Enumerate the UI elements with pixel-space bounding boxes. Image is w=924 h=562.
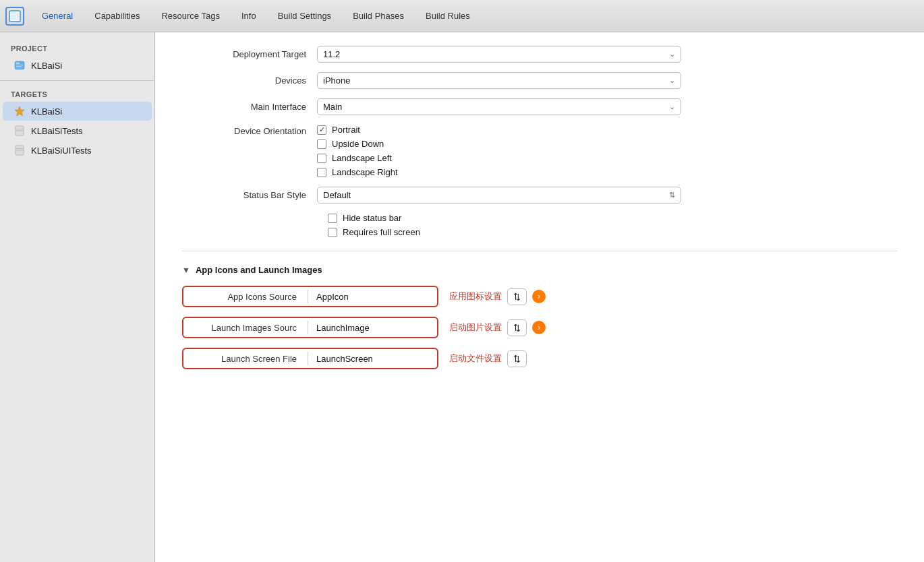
status-bar-style-value: Default	[323, 190, 351, 200]
status-bar-option-row-0: Hide status bar	[328, 213, 420, 223]
svg-rect-1	[11, 12, 19, 20]
icon-row-1: Launch Images SourcLaunchImage启动图片设置⇅›	[182, 317, 897, 338]
svg-rect-5	[16, 67, 22, 67]
icon-row-value-0: AppIcon	[311, 292, 437, 302]
sidebar-item-klbaisi-tests[interactable]: KLBaiSiTests	[3, 121, 152, 140]
tab-build-settings[interactable]: Build Settings	[267, 7, 343, 25]
targets-list: KLBaiSiKLBaiSiTestsKLBaiSiUITests	[0, 102, 154, 160]
project-label: KLBaiSi	[31, 61, 62, 71]
icon-row-divider-1	[308, 321, 308, 334]
targets-section-label: TARGETS	[0, 86, 154, 101]
deployment-target-row: Deployment Target 11.2 ⌄	[182, 46, 897, 63]
icon-row-box-0: App Icons SourceAppIcon	[182, 286, 438, 307]
tab-build-rules[interactable]: Build Rules	[415, 7, 481, 25]
orientation-row-0: Portrait	[317, 125, 398, 135]
tab-build-phases[interactable]: Build Phases	[342, 7, 415, 25]
orientation-row-2: Landscape Left	[317, 153, 398, 163]
icon-row-box-2: Launch Screen FileLaunchScreen	[182, 348, 438, 369]
icon-row-2: Launch Screen FileLaunchScreen启动文件设置⇅	[182, 348, 897, 369]
target-label-klbaisi: KLBaiSi	[31, 106, 62, 117]
xcode-icon	[5, 7, 24, 26]
deployment-target-chevron: ⌄	[669, 50, 675, 59]
icon-row-chinese-0: 应用图标设置	[449, 290, 502, 303]
icon-rows: App Icons SourceAppIcon应用图标设置⇅›Launch Im…	[182, 286, 897, 369]
app-icons-section-header: ▼ App Icons and Launch Images	[182, 265, 897, 275]
devices-control: iPhone ⌄	[317, 72, 681, 89]
icon-row-chinese-2: 启动文件设置	[449, 352, 502, 365]
status-bar-option-label-1: Requires full screen	[343, 227, 420, 237]
tab-info[interactable]: Info	[231, 7, 267, 25]
icon-row-divider-2	[308, 352, 308, 365]
main-interface-chevron: ⌄	[669, 102, 675, 111]
icon-row-dropdown-0[interactable]: ⇅	[507, 288, 527, 305]
content-area: Deployment Target 11.2 ⌄ Devices iPhone …	[155, 32, 924, 562]
icon-row-0: App Icons SourceAppIcon应用图标设置⇅›	[182, 286, 897, 307]
target-icon-klbaisi-tests	[13, 125, 26, 137]
devices-label: Devices	[182, 75, 317, 86]
svg-rect-12	[16, 150, 23, 151]
devices-row: Devices iPhone ⌄	[182, 72, 897, 89]
orientation-row-1: Upside Down	[317, 139, 398, 149]
project-icon	[13, 59, 26, 71]
icon-row-dropdown-2[interactable]: ⇅	[507, 350, 527, 367]
app-icons-section-title: App Icons and Launch Images	[196, 265, 322, 275]
orientation-checkbox-3[interactable]	[317, 168, 326, 177]
svg-rect-8	[16, 129, 23, 129]
status-bar-style-chevron: ⇅	[669, 191, 675, 199]
status-bar-style-label: Status Bar Style	[182, 190, 317, 200]
icon-row-right-1: 启动图片设置⇅›	[449, 319, 546, 336]
icon-row-dropdown-1[interactable]: ⇅	[507, 319, 527, 336]
svg-rect-9	[16, 131, 23, 131]
icon-row-value-1: LaunchImage	[311, 323, 437, 333]
main-interface-control: Main ⌄	[317, 98, 681, 115]
sidebar-item-klbaisi[interactable]: KLBaiSi	[3, 102, 152, 121]
svg-rect-11	[16, 148, 23, 149]
orientation-checkbox-1[interactable]	[317, 139, 326, 149]
icon-row-label-2: Launch Screen File	[183, 354, 305, 364]
icon-row-right-0: 应用图标设置⇅›	[449, 288, 546, 305]
sidebar-divider	[0, 80, 154, 81]
main-interface-dropdown[interactable]: Main ⌄	[317, 98, 681, 115]
sidebar-item-klbaisi-ui-tests[interactable]: KLBaiSiUITests	[3, 141, 152, 160]
status-bar-style-row: Status Bar Style Default ⇅	[182, 187, 897, 204]
target-label-klbaisi-ui-tests: KLBaiSiUITests	[31, 146, 92, 156]
icon-row-box-1: Launch Images SourcLaunchImage	[182, 317, 438, 338]
status-bar-option-row-1: Requires full screen	[328, 227, 420, 237]
deployment-target-control: 11.2 ⌄	[317, 46, 681, 63]
status-bar-option-checkbox-0[interactable]	[328, 214, 337, 223]
section-separator	[182, 251, 897, 251]
icon-row-circle-arrow-0[interactable]: ›	[532, 290, 546, 303]
tab-capabilities[interactable]: Capabilities	[84, 7, 150, 25]
status-bar-options-row: Hide status barRequires full screen	[328, 213, 897, 237]
icon-row-circle-arrow-1[interactable]: ›	[532, 321, 546, 334]
collapse-triangle[interactable]: ▼	[182, 266, 190, 275]
status-bar-style-control: Default ⇅	[317, 187, 681, 204]
status-bar-style-dropdown[interactable]: Default ⇅	[317, 187, 681, 204]
target-label-klbaisi-tests: KLBaiSiTests	[31, 126, 83, 136]
icon-row-label-0: App Icons Source	[183, 292, 305, 302]
icon-row-divider-0	[308, 290, 308, 303]
deployment-target-label: Deployment Target	[182, 49, 317, 59]
tab-resource-tags[interactable]: Resource Tags	[150, 7, 230, 25]
main-interface-label: Main Interface	[182, 102, 317, 112]
svg-rect-4	[16, 65, 23, 65]
status-bar-option-checkbox-1[interactable]	[328, 228, 337, 237]
tab-general[interactable]: General	[31, 7, 84, 25]
orientation-checkbox-0[interactable]	[317, 125, 326, 135]
devices-value: iPhone	[323, 75, 350, 86]
main-interface-row: Main Interface Main ⌄	[182, 98, 897, 115]
devices-dropdown[interactable]: iPhone ⌄	[317, 72, 681, 89]
status-bar-option-label-0: Hide status bar	[343, 213, 401, 223]
tab-bar: GeneralCapabilitiesResource TagsInfoBuil…	[0, 0, 924, 32]
orientation-checkbox-2[interactable]	[317, 154, 326, 163]
sidebar-item-project[interactable]: KLBaiSi	[3, 56, 152, 75]
status-bar-options-group: Hide status barRequires full screen	[328, 213, 420, 237]
orientation-label-2: Landscape Left	[332, 153, 392, 163]
deployment-target-value: 11.2	[323, 49, 340, 59]
devices-chevron: ⌄	[669, 76, 675, 85]
deployment-target-dropdown[interactable]: 11.2 ⌄	[317, 46, 681, 63]
orientation-label-1: Upside Down	[332, 139, 384, 149]
device-orientation-row: Device Orientation PortraitUpside DownLa…	[182, 125, 897, 177]
orientation-label-3: Landscape Right	[332, 167, 398, 177]
icon-row-chinese-1: 启动图片设置	[449, 321, 502, 334]
